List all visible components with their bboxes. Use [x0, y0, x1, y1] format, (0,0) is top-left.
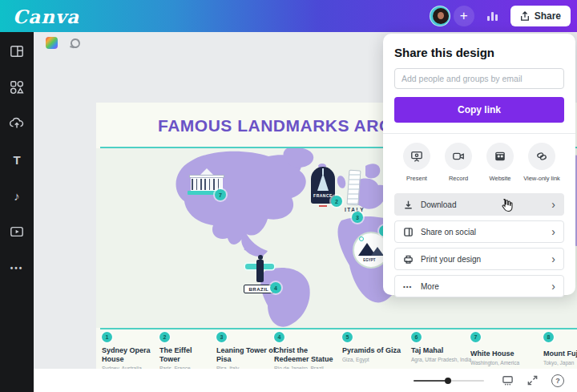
top-header-bar: Canva + Share [0, 0, 577, 32]
legend-name: White House [470, 350, 528, 358]
upload-icon [520, 11, 530, 22]
cursor-pointer-icon [498, 196, 514, 214]
more-menu-item[interactable]: ••• More › [394, 275, 564, 297]
share-panel: Share this design Copy link Present Reco… [383, 34, 575, 295]
map-marker-7: 7 [215, 189, 226, 200]
egypt-label: EGYPT [353, 258, 386, 262]
pages-grid-button[interactable] [502, 374, 514, 386]
video-icon[interactable] [9, 224, 25, 240]
present-icon [403, 143, 430, 170]
list-item: 5 Pyramids of Giza Giza, Egypt [342, 332, 410, 362]
ellipsis-icon: ••• [403, 283, 414, 290]
view-only-link-label: View-only link [523, 175, 560, 182]
chart-bar [495, 14, 498, 21]
website-button[interactable]: Website [479, 143, 521, 182]
chevron-right-icon: › [551, 199, 555, 210]
map-marker-4: 4 [270, 282, 281, 293]
share-email-input[interactable] [394, 68, 564, 89]
record-icon [445, 143, 472, 170]
printer-icon [403, 254, 414, 265]
statue-head [258, 255, 263, 260]
legend-number: 1 [102, 332, 112, 342]
print-your-design-menu-item[interactable]: Print your design › [394, 248, 564, 270]
fullscreen-button[interactable] [527, 374, 539, 386]
download-label: Download [421, 200, 544, 209]
map-marker-2: 2 [331, 196, 342, 207]
white-house-pediment [200, 168, 213, 175]
download-icon [403, 200, 414, 210]
legend-name: Leaning Tower of Pisa [216, 346, 277, 364]
copy-link-button[interactable]: Copy link [394, 97, 564, 123]
pyramid-small [371, 247, 384, 256]
list-item: 7 White House Washington, America [470, 332, 528, 366]
insights-chart-icon[interactable] [487, 11, 498, 21]
view-only-link-button[interactable]: View-only link [521, 143, 563, 182]
audio-icon[interactable]: ♪ [9, 188, 25, 204]
legend-name: Christ the Redeemer Statue [274, 346, 343, 364]
legend-name: Taj Mahal [411, 346, 469, 355]
record-label: Record [449, 175, 468, 182]
more-icon[interactable]: ••• [9, 260, 25, 276]
bottom-status-bar: ? [34, 369, 577, 392]
egypt-sun [359, 236, 364, 241]
list-item: 6 Taj Mahal Agra, Uttar Pradesh, India [411, 332, 469, 362]
quick-actions-row: Present Record Website View-only link [394, 143, 564, 182]
map-marker-3: 3 [352, 212, 363, 223]
legend-number: 3 [216, 332, 227, 342]
canva-app-window: Canva + Share [0, 0, 577, 392]
canva-logo[interactable]: Canva [13, 6, 79, 27]
chart-bar [491, 12, 494, 21]
chart-bar [487, 16, 490, 21]
pisa-tower-shape [346, 170, 361, 206]
panel-divider [383, 133, 575, 134]
list-item: 1 Sydney Opera House Sydney, Australia [102, 332, 153, 371]
france-flag-mark [319, 205, 327, 207]
color-swatch-icon[interactable] [46, 37, 58, 49]
share-on-social-label: Share on social [421, 228, 544, 236]
legend-location: Tokyo, Japan [543, 360, 577, 366]
share-button[interactable]: Share [510, 6, 571, 26]
list-item: 2 The Eiffel Tower Paris, France [159, 332, 206, 371]
legend-name: Sydney Opera House [102, 346, 153, 364]
chevron-right-icon: › [551, 253, 555, 265]
share-menu: Download › Share on social › Print your … [394, 193, 564, 297]
eyedropper-icon[interactable] [69, 37, 81, 49]
more-label: More [421, 282, 544, 291]
eiffel-tower-shape [317, 173, 329, 191]
zoom-slider-thumb[interactable] [445, 378, 451, 384]
legend-location: Agra, Uttar Pradesh, India [411, 357, 469, 362]
social-icon [403, 227, 414, 237]
zoom-slider-fill [414, 380, 447, 382]
uploads-icon[interactable] [9, 115, 25, 131]
editor-sidebar: T ♪ ••• [0, 32, 34, 392]
pisa-tower-illustration: ITALY [348, 170, 364, 216]
avatar[interactable] [430, 6, 450, 26]
avatar-face [438, 12, 444, 19]
website-label: Website [490, 175, 511, 182]
text-icon[interactable]: T [9, 152, 25, 168]
record-button[interactable]: Record [438, 143, 479, 182]
list-item: 8 Mount Fuji, Tokyo, Japan [543, 332, 577, 366]
legend-number: 4 [274, 332, 284, 342]
fullscreen-icon [527, 374, 539, 386]
link-icon [528, 143, 555, 170]
elements-icon[interactable] [9, 79, 25, 95]
download-menu-item[interactable]: Download › [394, 193, 564, 216]
add-team-member-button[interactable]: + [454, 6, 474, 26]
chevron-right-icon: › [551, 281, 555, 292]
share-on-social-menu-item[interactable]: Share on social › [394, 220, 564, 243]
chevron-right-icon: › [551, 226, 555, 237]
list-item: 4 Christ the Redeemer Statue Rio de Jane… [274, 332, 343, 371]
present-button[interactable]: Present [396, 143, 438, 182]
legend-number: 5 [342, 332, 353, 342]
share-panel-title: Share this design [394, 46, 564, 59]
legend-location: Giza, Egypt [342, 357, 410, 362]
templates-icon[interactable] [9, 43, 25, 59]
legend-location: Washington, America [470, 360, 528, 366]
statue-body [256, 260, 264, 282]
share-button-label: Share [535, 10, 561, 22]
help-button[interactable]: ? [551, 374, 564, 387]
zoom-slider[interactable] [414, 377, 484, 385]
legend-name: The Eiffel Tower [159, 346, 206, 364]
legend-name: Pyramids of Giza [342, 346, 410, 355]
